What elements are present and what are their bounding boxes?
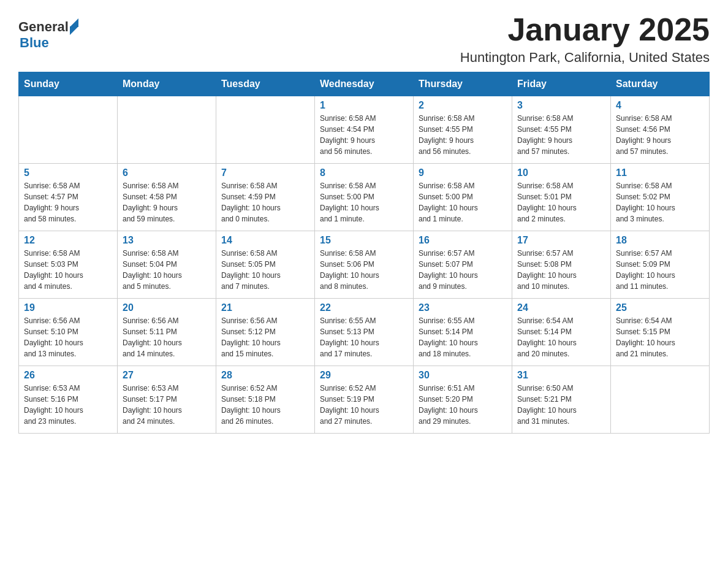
calendar-week-row: 19Sunrise: 6:56 AM Sunset: 5:10 PM Dayli… — [19, 299, 710, 366]
calendar-cell: 9Sunrise: 6:58 AM Sunset: 5:00 PM Daylig… — [414, 164, 512, 231]
calendar-cell: 19Sunrise: 6:56 AM Sunset: 5:10 PM Dayli… — [19, 299, 118, 366]
day-number: 26 — [24, 370, 112, 381]
calendar-cell: 25Sunrise: 6:54 AM Sunset: 5:15 PM Dayli… — [611, 299, 710, 366]
day-number: 6 — [123, 167, 211, 178]
header-cell-saturday: Saturday — [611, 72, 710, 96]
calendar-cell: 30Sunrise: 6:51 AM Sunset: 5:20 PM Dayli… — [414, 366, 512, 434]
day-info: Sunrise: 6:55 AM Sunset: 5:13 PM Dayligh… — [320, 315, 408, 359]
day-info: Sunrise: 6:58 AM Sunset: 5:06 PM Dayligh… — [320, 248, 408, 292]
day-info: Sunrise: 6:58 AM Sunset: 4:56 PM Dayligh… — [616, 113, 704, 157]
day-info: Sunrise: 6:52 AM Sunset: 5:18 PM Dayligh… — [221, 383, 309, 427]
day-info: Sunrise: 6:56 AM Sunset: 5:11 PM Dayligh… — [123, 315, 211, 359]
calendar-cell: 16Sunrise: 6:57 AM Sunset: 5:07 PM Dayli… — [414, 231, 512, 299]
calendar-cell: 17Sunrise: 6:57 AM Sunset: 5:08 PM Dayli… — [512, 231, 611, 299]
calendar-cell: 13Sunrise: 6:58 AM Sunset: 5:04 PM Dayli… — [118, 231, 216, 299]
calendar-cell: 11Sunrise: 6:58 AM Sunset: 5:02 PM Dayli… — [611, 164, 710, 231]
day-info: Sunrise: 6:58 AM Sunset: 5:05 PM Dayligh… — [221, 248, 309, 292]
day-number: 14 — [221, 235, 309, 246]
day-number: 7 — [221, 167, 309, 178]
calendar-cell: 31Sunrise: 6:50 AM Sunset: 5:21 PM Dayli… — [512, 366, 611, 434]
calendar-header-row: SundayMondayTuesdayWednesdayThursdayFrid… — [19, 72, 710, 96]
calendar-cell: 1Sunrise: 6:58 AM Sunset: 4:54 PM Daylig… — [315, 96, 414, 164]
day-info: Sunrise: 6:58 AM Sunset: 4:57 PM Dayligh… — [24, 180, 112, 224]
day-info: Sunrise: 6:58 AM Sunset: 4:54 PM Dayligh… — [320, 113, 408, 157]
day-number: 23 — [419, 302, 507, 313]
day-number: 11 — [616, 167, 704, 178]
day-info: Sunrise: 6:58 AM Sunset: 4:59 PM Dayligh… — [221, 180, 309, 224]
calendar-cell: 3Sunrise: 6:58 AM Sunset: 4:55 PM Daylig… — [512, 96, 611, 164]
logo-general: General — [18, 19, 69, 35]
day-info: Sunrise: 6:58 AM Sunset: 5:04 PM Dayligh… — [123, 248, 211, 292]
calendar-cell: 20Sunrise: 6:56 AM Sunset: 5:11 PM Dayli… — [118, 299, 216, 366]
calendar-cell: 21Sunrise: 6:56 AM Sunset: 5:12 PM Dayli… — [216, 299, 315, 366]
day-number: 18 — [616, 235, 704, 246]
day-number: 8 — [320, 167, 408, 178]
day-number: 29 — [320, 370, 408, 381]
calendar-cell: 10Sunrise: 6:58 AM Sunset: 5:01 PM Dayli… — [512, 164, 611, 231]
calendar-week-row: 1Sunrise: 6:58 AM Sunset: 4:54 PM Daylig… — [19, 96, 710, 164]
calendar-table: SundayMondayTuesdayWednesdayThursdayFrid… — [18, 72, 710, 434]
calendar-cell: 24Sunrise: 6:54 AM Sunset: 5:14 PM Dayli… — [512, 299, 611, 366]
day-number: 10 — [517, 167, 605, 178]
header-cell-thursday: Thursday — [414, 72, 512, 96]
day-info: Sunrise: 6:54 AM Sunset: 5:15 PM Dayligh… — [616, 315, 704, 359]
day-number: 21 — [221, 302, 309, 313]
day-number: 17 — [517, 235, 605, 246]
day-info: Sunrise: 6:55 AM Sunset: 5:14 PM Dayligh… — [419, 315, 507, 359]
day-info: Sunrise: 6:52 AM Sunset: 5:19 PM Dayligh… — [320, 383, 408, 427]
calendar-cell: 18Sunrise: 6:57 AM Sunset: 5:09 PM Dayli… — [611, 231, 710, 299]
day-info: Sunrise: 6:53 AM Sunset: 5:16 PM Dayligh… — [24, 383, 112, 427]
calendar-cell: 15Sunrise: 6:58 AM Sunset: 5:06 PM Dayli… — [315, 231, 414, 299]
day-number: 30 — [419, 370, 507, 381]
day-info: Sunrise: 6:51 AM Sunset: 5:20 PM Dayligh… — [419, 383, 507, 427]
calendar-cell — [611, 366, 710, 434]
day-number: 1 — [320, 100, 408, 111]
day-number: 4 — [616, 100, 704, 111]
calendar-cell: 12Sunrise: 6:58 AM Sunset: 5:03 PM Dayli… — [19, 231, 118, 299]
day-info: Sunrise: 6:57 AM Sunset: 5:08 PM Dayligh… — [517, 248, 605, 292]
day-info: Sunrise: 6:58 AM Sunset: 4:55 PM Dayligh… — [517, 113, 605, 157]
calendar-cell: 29Sunrise: 6:52 AM Sunset: 5:19 PM Dayli… — [315, 366, 414, 434]
calendar-cell — [118, 96, 216, 164]
logo: General Blue — [18, 18, 78, 51]
day-info: Sunrise: 6:58 AM Sunset: 4:58 PM Dayligh… — [123, 180, 211, 224]
day-number: 31 — [517, 370, 605, 381]
calendar-cell: 27Sunrise: 6:53 AM Sunset: 5:17 PM Dayli… — [118, 366, 216, 434]
calendar-week-row: 26Sunrise: 6:53 AM Sunset: 5:16 PM Dayli… — [19, 366, 710, 434]
calendar-cell: 7Sunrise: 6:58 AM Sunset: 4:59 PM Daylig… — [216, 164, 315, 231]
day-number: 24 — [517, 302, 605, 313]
calendar-title: January 2025 — [460, 12, 710, 47]
calendar-subtitle: Huntington Park, California, United Stat… — [460, 50, 710, 66]
day-info: Sunrise: 6:53 AM Sunset: 5:17 PM Dayligh… — [123, 383, 211, 427]
calendar-cell: 2Sunrise: 6:58 AM Sunset: 4:55 PM Daylig… — [414, 96, 512, 164]
header-cell-monday: Monday — [118, 72, 216, 96]
calendar-cell: 4Sunrise: 6:58 AM Sunset: 4:56 PM Daylig… — [611, 96, 710, 164]
header-cell-friday: Friday — [512, 72, 611, 96]
page-header: General Blue January 2025 Huntington Par… — [18, 12, 710, 66]
day-number: 20 — [123, 302, 211, 313]
day-number: 5 — [24, 167, 112, 178]
day-info: Sunrise: 6:58 AM Sunset: 5:00 PM Dayligh… — [320, 180, 408, 224]
day-number: 19 — [24, 302, 112, 313]
calendar-cell: 26Sunrise: 6:53 AM Sunset: 5:16 PM Dayli… — [19, 366, 118, 434]
day-info: Sunrise: 6:57 AM Sunset: 5:09 PM Dayligh… — [616, 248, 704, 292]
day-info: Sunrise: 6:57 AM Sunset: 5:07 PM Dayligh… — [419, 248, 507, 292]
day-info: Sunrise: 6:58 AM Sunset: 4:55 PM Dayligh… — [419, 113, 507, 157]
header-cell-sunday: Sunday — [19, 72, 118, 96]
calendar-cell: 28Sunrise: 6:52 AM Sunset: 5:18 PM Dayli… — [216, 366, 315, 434]
calendar-cell: 22Sunrise: 6:55 AM Sunset: 5:13 PM Dayli… — [315, 299, 414, 366]
day-number: 12 — [24, 235, 112, 246]
calendar-week-row: 5Sunrise: 6:58 AM Sunset: 4:57 PM Daylig… — [19, 164, 710, 231]
day-info: Sunrise: 6:58 AM Sunset: 5:03 PM Dayligh… — [24, 248, 112, 292]
title-block: January 2025 Huntington Park, California… — [460, 12, 710, 66]
calendar-week-row: 12Sunrise: 6:58 AM Sunset: 5:03 PM Dayli… — [19, 231, 710, 299]
day-info: Sunrise: 6:58 AM Sunset: 5:01 PM Dayligh… — [517, 180, 605, 224]
day-info: Sunrise: 6:56 AM Sunset: 5:10 PM Dayligh… — [24, 315, 112, 359]
day-number: 22 — [320, 302, 408, 313]
logo-blue: Blue — [20, 35, 49, 51]
day-number: 28 — [221, 370, 309, 381]
day-number: 25 — [616, 302, 704, 313]
day-number: 27 — [123, 370, 211, 381]
day-info: Sunrise: 6:58 AM Sunset: 5:00 PM Dayligh… — [419, 180, 507, 224]
day-info: Sunrise: 6:50 AM Sunset: 5:21 PM Dayligh… — [517, 383, 605, 427]
